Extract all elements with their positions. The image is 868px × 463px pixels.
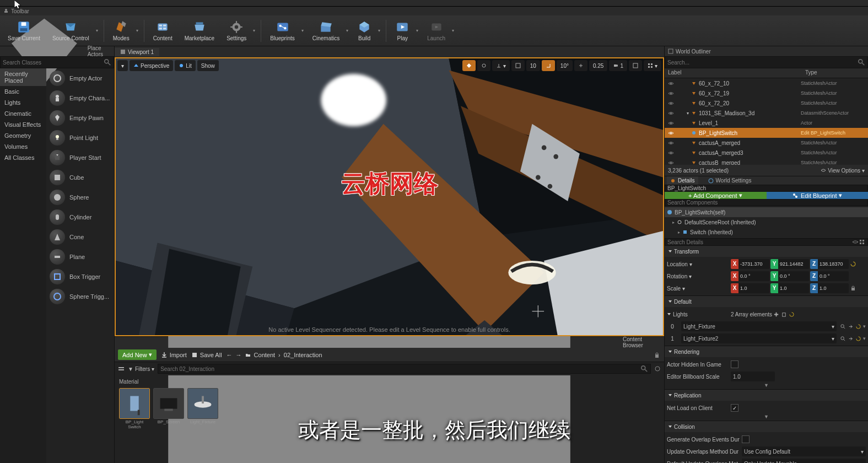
rendering-header[interactable]: Rendering xyxy=(665,346,868,357)
rotation-z[interactable]: Z0.0 ° xyxy=(810,271,849,281)
viewport[interactable]: ▾ Perspective Lit Show ▾ 10 10° 0.25 1 xyxy=(115,57,664,336)
outliner-row[interactable]: BP_LightSwitchEdit BP_LightSwitch xyxy=(665,128,868,138)
actor-row[interactable]: Empty Pawn xyxy=(46,108,114,128)
angle-snap-value[interactable]: 10° xyxy=(557,60,573,71)
add-icon[interactable] xyxy=(773,311,779,317)
use-icon[interactable] xyxy=(848,324,854,330)
dropdown-icon[interactable]: ▾ xyxy=(376,17,382,45)
outliner-row[interactable]: Level_1Actor xyxy=(665,118,868,128)
grid-snap-value[interactable]: 10 xyxy=(526,60,540,71)
scale-y[interactable]: Y1.0 xyxy=(770,283,809,293)
category-item[interactable]: Recently Placed xyxy=(0,68,46,86)
reset-icon[interactable] xyxy=(850,261,856,267)
collision-header[interactable]: Collision xyxy=(665,421,868,432)
transform-header[interactable]: Transform xyxy=(665,246,868,257)
view-options-button[interactable]: View Options ▾ xyxy=(821,168,865,174)
details-tab[interactable]: Details xyxy=(667,176,698,185)
category-item[interactable]: Volumes xyxy=(0,141,46,152)
scale-z[interactable]: Z1.0 xyxy=(810,283,849,293)
actor-row[interactable]: Plane xyxy=(46,247,114,267)
dropdown-icon[interactable]: ▾ xyxy=(251,17,257,45)
billboard-scale-input[interactable]: 1.0 xyxy=(731,372,775,381)
search-classes-input[interactable] xyxy=(3,60,104,66)
category-item[interactable]: Lights xyxy=(0,97,46,108)
surface-snap-button[interactable]: ▾ xyxy=(492,60,510,71)
settings-icon[interactable] xyxy=(654,365,661,372)
transform-mode-button[interactable] xyxy=(462,60,476,71)
lock-icon[interactable] xyxy=(653,351,661,359)
outliner-col-label[interactable]: Label xyxy=(665,68,802,78)
visibility-toggle[interactable] xyxy=(666,100,676,106)
outliner-col-type[interactable]: Type xyxy=(802,68,868,78)
component-search[interactable] xyxy=(665,199,868,206)
angle-snap-button[interactable] xyxy=(542,60,555,71)
actor-row[interactable]: Sphere xyxy=(46,187,114,207)
actor-row[interactable]: Cone xyxy=(46,227,114,247)
actor-row[interactable]: Empty Actor xyxy=(46,68,114,88)
coord-space-button[interactable] xyxy=(477,60,490,71)
actor-row[interactable]: Box Trigger xyxy=(46,267,114,287)
gen-overlap-checkbox[interactable] xyxy=(742,435,750,443)
clear-icon[interactable] xyxy=(781,311,787,317)
modes-button[interactable]: Modes xyxy=(107,17,135,45)
scale-snap-button[interactable] xyxy=(574,60,587,71)
details-search-input[interactable] xyxy=(667,239,852,245)
visibility-toggle[interactable] xyxy=(666,130,676,136)
scale-x[interactable]: X1.0 xyxy=(731,283,769,293)
actor-row[interactable]: Sphere Trigg... xyxy=(46,287,114,306)
outliner-row[interactable]: cactusA_merged3StaticMeshActor xyxy=(665,148,868,158)
breadcrumb-item[interactable]: 02_Interaction xyxy=(284,352,322,358)
visibility-toggle[interactable] xyxy=(666,90,676,96)
component-row[interactable]: ▸DefaultSceneRoot (Inherited) xyxy=(665,217,868,227)
actor-row[interactable]: Point Light xyxy=(46,128,114,148)
outliner-row[interactable]: 60_x_72_20StaticMeshActor xyxy=(665,98,868,108)
breadcrumb-item[interactable]: Content xyxy=(254,352,276,358)
camera-speed-button[interactable]: 1 xyxy=(609,60,627,71)
category-item[interactable]: Basic xyxy=(0,86,46,97)
nav-back-button[interactable]: ← xyxy=(227,352,233,358)
lock-scale-icon[interactable] xyxy=(850,285,856,292)
outliner-search-input[interactable] xyxy=(667,60,858,66)
add-component-button[interactable]: + Add Component ▾ xyxy=(665,192,767,199)
blueprints-button[interactable]: Blueprints xyxy=(265,17,300,45)
cinematics-button[interactable]: Cinematics xyxy=(307,17,345,45)
location-y[interactable]: Y921.14482 xyxy=(770,259,809,269)
asset-item[interactable]: BP_Screen xyxy=(153,388,184,430)
actor-name-field[interactable]: BP_LightSwitch xyxy=(665,185,868,192)
rotation-y[interactable]: Y0.0 ° xyxy=(770,271,809,281)
outliner-row[interactable]: cactusB_mergedStaticMeshActor xyxy=(665,158,868,165)
net-load-checkbox[interactable] xyxy=(731,404,738,412)
add-new-button[interactable]: Add New ▾ xyxy=(118,349,157,360)
perspective-button[interactable]: Perspective xyxy=(130,60,173,71)
content-search-input[interactable] xyxy=(160,366,640,372)
category-item[interactable]: Cinematic xyxy=(0,108,46,119)
viewport-layout-button[interactable]: ▾ xyxy=(644,60,661,71)
default-overlaps-dropdown[interactable]: Only Update Movable▾ xyxy=(742,459,866,463)
save-all-button[interactable]: Save All xyxy=(191,352,222,358)
array-value[interactable]: Light_Fixture2▾ xyxy=(681,333,837,343)
update-overlaps-dropdown[interactable]: Use Config Default▾ xyxy=(742,446,866,456)
visibility-toggle[interactable] xyxy=(666,160,676,165)
filters-button[interactable]: ▼ Filters ▾ xyxy=(128,366,154,372)
outliner-row[interactable]: 60_x_72_19StaticMeshActor xyxy=(665,88,868,98)
dropdown-icon[interactable]: ▾ xyxy=(344,17,351,45)
hidden-in-game-checkbox[interactable] xyxy=(731,360,738,368)
outliner-search[interactable] xyxy=(665,56,868,68)
category-item[interactable]: Geometry xyxy=(0,130,46,141)
browse-icon[interactable] xyxy=(840,324,846,330)
use-icon[interactable] xyxy=(848,336,854,342)
reset-icon[interactable] xyxy=(855,324,861,330)
launch-button[interactable]: Launch xyxy=(422,17,451,45)
array-value[interactable]: Light_Fixture▾ xyxy=(681,321,837,331)
viewport-tab[interactable]: Viewport 1 xyxy=(115,48,159,56)
location-z[interactable]: Z138.18370 xyxy=(810,259,849,269)
location-x[interactable]: X-3731.370 xyxy=(731,259,769,269)
save-current-button[interactable]: Save Current xyxy=(2,17,46,45)
nav-forward-button[interactable]: → xyxy=(236,352,242,358)
content-button[interactable]: Content xyxy=(148,17,178,45)
lit-button[interactable]: Lit xyxy=(175,60,196,71)
outliner-row[interactable]: cactusA_mergedStaticMeshActor xyxy=(665,138,868,148)
actor-row[interactable]: Cylinder xyxy=(46,207,114,227)
outliner-row[interactable]: 60_x_72_10StaticMeshActor xyxy=(665,78,868,88)
dropdown-icon[interactable]: ▾ xyxy=(414,17,420,45)
